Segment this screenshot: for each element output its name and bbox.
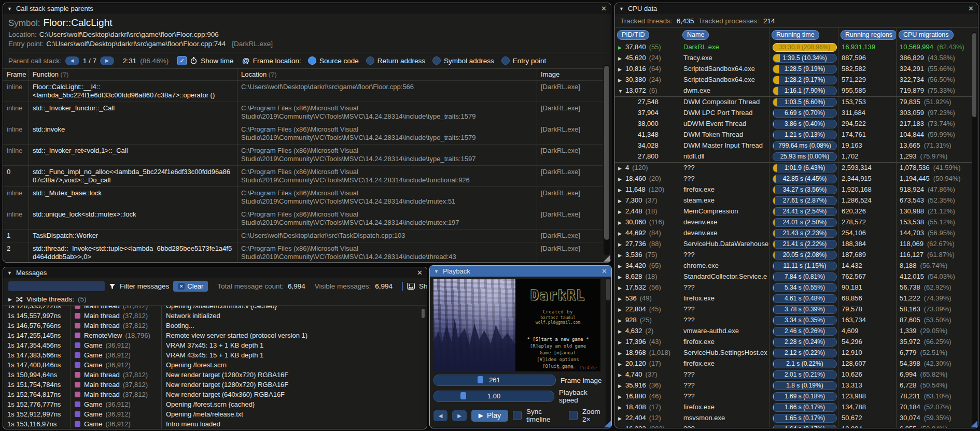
show-images-checkbox[interactable]	[402, 282, 403, 291]
cpu-row[interactable]: ▶16,880(46) ??? 1.69 s (0.18%) 123,988 7…	[615, 391, 972, 402]
expand-icon[interactable]: ▶	[618, 272, 625, 282]
cpu-row[interactable]: ▶17,396(43) firefox.exe 2.28 s (0.24%) 5…	[615, 337, 972, 348]
scrollbar-thumb[interactable]	[972, 33, 976, 117]
cpu-row[interactable]: ▶18,968(1,018) ServiceHub.SettingsHost.e…	[615, 348, 972, 358]
cpu-titlebar[interactable]: ▼ CPU data ✕	[615, 3, 978, 14]
resize-grip[interactable]	[971, 421, 977, 427]
callstack-titlebar[interactable]: ▼ Call stack sample parents ✕	[3, 3, 611, 14]
cpu-row[interactable]: ▶2,448(18) MemCompression 24.41 s (2.54%…	[615, 206, 972, 217]
location-cell[interactable]: C:\Program Files (x86)\Microsoft Visual …	[237, 187, 537, 208]
expand-icon[interactable]: ▶	[618, 229, 625, 239]
expand-icon[interactable]: ▶	[618, 207, 625, 217]
vertical-scrollbar[interactable]	[606, 278, 610, 424]
expand-icon[interactable]: ▶	[618, 392, 625, 402]
message-row[interactable]: 1s 151,754,784ns Main thread(37,812) New…	[3, 380, 427, 390]
cpu-row[interactable]: 38,000 uDWM Event Thread 3.86 s (0.40%) …	[615, 119, 972, 130]
expand-icon[interactable]: ▶	[618, 251, 625, 261]
expand-icon[interactable]: ▶	[618, 316, 625, 326]
cpu-row[interactable]: ▶34,420(65) chrome.exe 11.11 s (1.15%) 1…	[615, 261, 972, 271]
cpu-row[interactable]: ▶37,840(55) DarkRL.exe 33:30.8 (208.96%)…	[615, 42, 972, 53]
scrollbar-thumb[interactable]	[422, 309, 425, 318]
expand-icon[interactable]: ▶	[618, 196, 625, 206]
close-icon[interactable]: ✕	[601, 267, 607, 275]
location-cell[interactable]: C:\Program Files (x86)\Microsoft Visual …	[237, 145, 537, 165]
message-row[interactable]: 1s 120,335,272ns Main thread(37,812) Ope…	[3, 305, 427, 311]
column-header-running-regions[interactable]: Running regions	[841, 30, 897, 40]
expand-icon[interactable]: ▶	[618, 305, 625, 315]
column-header-pid[interactable]: PID/TID	[617, 30, 649, 40]
cpu-row[interactable]: ▶35,916(36) ??? 1.8 s (0.19%) 13,313 6,7…	[615, 380, 972, 391]
message-row[interactable]: 1s 153,116,97ns Game(36,912) Intro menu …	[3, 419, 427, 429]
expand-icon[interactable]: ▶	[618, 65, 625, 75]
cpu-row[interactable]: 41,348 DWM Token Thread 1.21 s (0.13%) 1…	[615, 130, 972, 140]
cpu-row[interactable]: ▶16,332(982) ??? 1.64 s (0.17%) 12,894 6…	[615, 424, 972, 428]
expand-icon[interactable]: ▶	[618, 349, 625, 358]
expand-icon[interactable]: ▶	[618, 425, 625, 428]
playback-titlebar[interactable]: ▼ Playback ✕	[430, 266, 611, 277]
location-cell[interactable]: C:\Program Files (x86)\Microsoft Visual …	[237, 242, 537, 263]
cpu-row[interactable]: 37,904 DWM LPC Port Thread 6.69 s (0.70%…	[615, 108, 972, 119]
clear-button[interactable]: ✕Clear	[173, 281, 208, 292]
collapse-icon[interactable]: ▼	[619, 6, 624, 11]
frame-location-radio[interactable]: Symbol address	[432, 56, 494, 65]
cpu-row[interactable]: ▶45,620(24) Tracy.exe 1:39.5 (10.34%) 88…	[615, 53, 972, 64]
column-header-running-time[interactable]: Running time	[772, 30, 819, 40]
cpu-row[interactable]: ▶4(120) ??? 1:01.9 (6.43%) 2,593,314 1,0…	[615, 163, 972, 174]
location-cell[interactable]: C:\Program Files (x86)\Microsoft Visual …	[237, 166, 537, 186]
collapse-icon[interactable]: ▼	[7, 6, 12, 11]
vertical-scrollbar[interactable]	[421, 309, 425, 412]
message-row[interactable]: 1s 147,383,566ns Game(36,912) VRAM 43x45…	[3, 350, 427, 360]
message-row[interactable]: 1s 152,776,777ns Game(36,912) Opening /f…	[3, 399, 427, 409]
column-header-image[interactable]: Image	[537, 69, 603, 80]
frame-location-radio[interactable]: Entry point	[501, 56, 547, 65]
expand-icon[interactable]: ▼	[618, 87, 625, 96]
play-button[interactable]: ▶Play	[471, 410, 508, 422]
location-cell[interactable]: C:\Program Files (x86)\Microsoft Visual …	[237, 102, 537, 123]
expand-icon[interactable]: ▶	[618, 262, 625, 271]
scrollbar-thumb[interactable]	[604, 66, 609, 240]
cpu-row[interactable]: ▶4,740(37) ??? 2.01 s (0.21%) 10,626 6,9…	[615, 369, 972, 380]
close-icon[interactable]: ✕	[968, 5, 974, 12]
location-cell[interactable]: C:\Program Files (x86)\Microsoft Visual …	[237, 208, 537, 229]
next-frame-button[interactable]: ▶	[452, 410, 466, 421]
cpu-row[interactable]: 34,028 DWM Master Input Thread 799.64 ms…	[615, 140, 972, 151]
cpu-row[interactable]: ▶11,648(120) firefox.exe 34.27 s (3.56%)…	[615, 184, 972, 195]
cpu-row[interactable]: ▶536(49) firefox.exe 4.61 s (0.48%) 68,8…	[615, 293, 972, 304]
cpu-row[interactable]: ▶22,804(45) ??? 3.78 s (0.39%) 79,578 58…	[615, 304, 972, 315]
message-row[interactable]: 1s 150,994,64ns Main thread(37,812) New …	[3, 370, 427, 380]
cpu-row[interactable]: ▶4,632(2) vmware-authd.exe 2.46 s (0.26%…	[615, 326, 972, 337]
visible-threads-row[interactable]: ▶ Visible threads: (5)	[3, 294, 427, 305]
resize-grip[interactable]	[604, 255, 610, 262]
sync-timeline-checkbox[interactable]	[513, 411, 522, 420]
expand-icon[interactable]: ▶	[618, 43, 625, 53]
expand-icon[interactable]: ▶	[618, 76, 625, 85]
message-row[interactable]: 1s 147,400,846ns Game(36,912) Opening /f…	[3, 360, 427, 370]
message-row[interactable]: 1s 147,354,456ns Game(36,912) VRAM 37x45…	[3, 340, 427, 350]
next-stack-button[interactable]: ▶	[100, 56, 114, 65]
cpu-row[interactable]: ▶17,532(56) ??? 5.34 s (0.55%) 90,181 56…	[615, 282, 972, 293]
prev-stack-button[interactable]: ◀	[65, 56, 79, 65]
cpu-row[interactable]: ▶928(25) ??? 3.34 s (0.35%) 163,734 87,6…	[615, 315, 972, 326]
location-cell[interactable]: C:\Users\wolf\Desktop\darkrl\src\TaskDis…	[237, 229, 537, 242]
expand-icon[interactable]: ▶	[618, 414, 625, 424]
collapse-icon[interactable]: ▼	[434, 269, 439, 274]
location-cell[interactable]: C:\Users\wolf\Desktop\darkrl\src\game\fl…	[237, 81, 537, 102]
close-icon[interactable]: ✕	[601, 5, 607, 12]
column-header-function[interactable]: Function (?)	[29, 69, 237, 80]
location-cell[interactable]: C:\Program Files (x86)\Microsoft Visual …	[237, 123, 537, 144]
expand-icon[interactable]: ▶	[618, 164, 625, 174]
expand-icon[interactable]: ▶	[618, 218, 625, 228]
expand-icon[interactable]: ▶	[618, 327, 625, 337]
filter-input[interactable]	[8, 281, 105, 291]
collapse-icon[interactable]: ▼	[7, 270, 12, 276]
cpu-row[interactable]: ▶3,536(75) ??? 20.05 s (2.08%) 187,689 1…	[615, 250, 972, 261]
cpu-row[interactable]: ▶30,060(116) devenv.exe 24.01 s (2.50%) …	[615, 217, 972, 228]
zoom-2x-checkbox[interactable]	[569, 411, 578, 420]
expand-icon[interactable]: ▶	[618, 54, 625, 64]
cpu-row[interactable]: ▶10,816(64) ScriptedSandbox64.exe 1:28.5…	[615, 64, 972, 75]
frame-location-radio[interactable]: Return address	[366, 56, 425, 65]
expand-icon[interactable]: ▶	[618, 185, 625, 195]
message-row[interactable]: 1s 146,576,766ns Main thread(37,812) Boo…	[3, 321, 427, 331]
cpu-row[interactable]: ▶20,120(17) firefox.exe 2.1 s (0.22%) 12…	[615, 358, 972, 369]
expand-icon[interactable]: ▶	[618, 240, 625, 250]
